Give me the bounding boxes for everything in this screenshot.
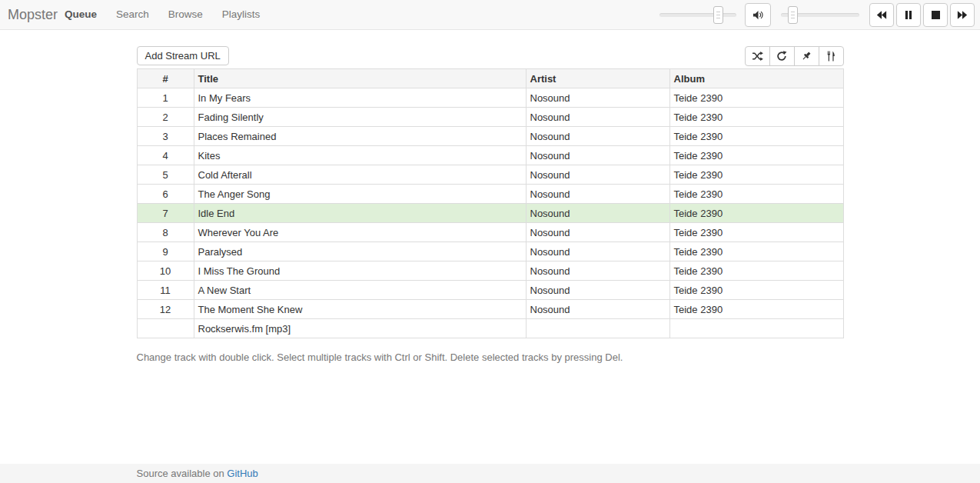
cell-title: Idle End xyxy=(194,204,526,223)
cell-artist: Nosound xyxy=(526,204,669,223)
cell-album xyxy=(669,319,843,338)
cell-num: 10 xyxy=(137,261,194,281)
cell-album: Teide 2390 xyxy=(669,185,843,204)
nav-item-playlists[interactable]: Playlists xyxy=(222,0,261,29)
cell-artist: Nosound xyxy=(526,185,669,204)
cell-artist: Nosound xyxy=(526,261,669,281)
seek-slider[interactable] xyxy=(659,6,736,24)
queue-table-header-row: # Title Artist Album xyxy=(137,69,843,88)
queue-row[interactable]: 9ParalysedNosoundTeide 2390 xyxy=(137,242,843,261)
cell-album: Teide 2390 xyxy=(669,88,843,108)
cell-album: Teide 2390 xyxy=(669,242,843,261)
queue-row[interactable]: 3Places RemainedNosoundTeide 2390 xyxy=(137,127,843,146)
column-header-artist: Artist xyxy=(526,69,669,88)
github-link[interactable]: GitHub xyxy=(227,468,257,479)
stream-row[interactable]: Rockserwis.fm [mp3] xyxy=(137,319,843,338)
repeat-toggle-button[interactable] xyxy=(769,46,795,66)
nav-item-search[interactable]: Search xyxy=(116,0,149,29)
queue-toolbar: Add Stream URL xyxy=(137,46,844,66)
cell-album: Teide 2390 xyxy=(669,300,843,319)
cell-album: Teide 2390 xyxy=(669,127,843,146)
cell-num: 7 xyxy=(137,204,194,223)
repeat-icon xyxy=(776,51,787,62)
cell-title: Rockserwis.fm [mp3] xyxy=(194,319,526,338)
cell-artist: Nosound xyxy=(526,300,669,319)
mute-button[interactable] xyxy=(745,3,771,27)
cell-artist: Nosound xyxy=(526,165,669,185)
main-nav: Queue Search Browse Playlists xyxy=(65,0,279,29)
cell-artist xyxy=(526,319,669,338)
cell-num: 6 xyxy=(137,185,194,204)
cell-title: Paralysed xyxy=(194,242,526,261)
previous-button[interactable] xyxy=(869,3,894,27)
cell-artist: Nosound xyxy=(526,242,669,261)
cell-title: Kites xyxy=(194,146,526,165)
cell-title: Wherever You Are xyxy=(194,223,526,242)
footer-source-text: Source available on xyxy=(137,468,228,479)
cell-artist: Nosound xyxy=(526,108,669,127)
usage-hint: Change track with double click. Select m… xyxy=(137,351,844,363)
cell-title: The Anger Song xyxy=(194,185,526,204)
cell-title: Cold Afterall xyxy=(194,165,526,185)
single-toggle-button[interactable] xyxy=(794,46,819,66)
column-header-title: Title xyxy=(194,69,526,88)
random-toggle-button[interactable] xyxy=(745,46,770,66)
queue-row[interactable]: 8Wherever You AreNosoundTeide 2390 xyxy=(137,223,843,242)
add-stream-url-button[interactable]: Add Stream URL xyxy=(137,46,229,65)
queue-row[interactable]: 1In My FearsNosoundTeide 2390 xyxy=(137,88,843,108)
footer-text: Source available on GitHub xyxy=(137,464,844,483)
cell-album: Teide 2390 xyxy=(669,204,843,223)
queue-row[interactable]: 6The Anger SongNosoundTeide 2390 xyxy=(137,185,843,204)
cell-num xyxy=(137,319,194,338)
queue-row[interactable]: 10I Miss The GroundNosoundTeide 2390 xyxy=(137,261,843,281)
column-header-number: # xyxy=(137,69,194,88)
cell-album: Teide 2390 xyxy=(669,281,843,300)
cell-album: Teide 2390 xyxy=(669,223,843,242)
cell-num: 4 xyxy=(137,146,194,165)
consume-toggle-button[interactable] xyxy=(819,46,844,66)
stop-icon xyxy=(932,11,940,19)
cell-num: 12 xyxy=(137,300,194,319)
footer: Source available on GitHub xyxy=(0,464,980,483)
queue-row[interactable]: 11A New StartNosoundTeide 2390 xyxy=(137,281,843,300)
nav-item-queue[interactable]: Queue xyxy=(65,0,97,29)
cell-num: 9 xyxy=(137,242,194,261)
queue-row[interactable]: 12The Moment She KnewNosoundTeide 2390 xyxy=(137,300,843,319)
cell-album: Teide 2390 xyxy=(669,165,843,185)
shuffle-icon xyxy=(752,52,763,61)
seek-slider-handle[interactable] xyxy=(713,6,723,24)
cell-num: 5 xyxy=(137,165,194,185)
cell-album: Teide 2390 xyxy=(669,261,843,281)
queue-row[interactable]: 7Idle EndNosoundTeide 2390 xyxy=(137,204,843,223)
cell-album: Teide 2390 xyxy=(669,146,843,165)
cell-title: Fading Silently xyxy=(194,108,526,127)
volume-slider[interactable] xyxy=(781,6,859,24)
app-brand: Mopster xyxy=(8,0,58,29)
cell-title: The Moment She Knew xyxy=(194,300,526,319)
cell-artist: Nosound xyxy=(526,281,669,300)
column-header-album: Album xyxy=(669,69,843,88)
queue-row[interactable]: 4KitesNosoundTeide 2390 xyxy=(137,146,843,165)
fast-backward-icon xyxy=(876,11,887,19)
cutlery-icon xyxy=(826,51,836,62)
nav-item-browse[interactable]: Browse xyxy=(168,0,203,29)
cell-artist: Nosound xyxy=(526,127,669,146)
navbar: Mopster Queue Search Browse Playlists xyxy=(0,0,980,30)
seek-slider-track[interactable] xyxy=(659,13,736,17)
cell-num: 11 xyxy=(137,281,194,300)
cell-title: In My Fears xyxy=(194,88,526,108)
cell-title: Places Remained xyxy=(194,127,526,146)
next-button[interactable] xyxy=(950,3,975,27)
queue-row[interactable]: 5Cold AfterallNosoundTeide 2390 xyxy=(137,165,843,185)
volume-up-icon xyxy=(752,9,764,21)
cell-artist: Nosound xyxy=(526,223,669,242)
cell-album: Teide 2390 xyxy=(669,108,843,127)
stop-button[interactable] xyxy=(923,3,948,27)
cell-artist: Nosound xyxy=(526,146,669,165)
volume-slider-handle[interactable] xyxy=(788,6,798,24)
pushpin-icon xyxy=(801,51,812,62)
cell-num: 8 xyxy=(137,223,194,242)
queue-row[interactable]: 2Fading SilentlyNosoundTeide 2390 xyxy=(137,108,843,127)
cell-num: 3 xyxy=(137,127,194,146)
pause-button[interactable] xyxy=(896,3,921,27)
